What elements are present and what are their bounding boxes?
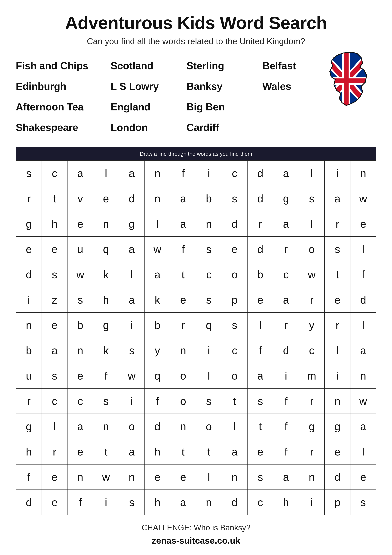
grid-cell-6-1: e — [42, 313, 67, 338]
grid-cell-12-2: n — [67, 464, 93, 490]
grid-cell-5-4: a — [119, 287, 145, 313]
grid-cell-2-12: r — [325, 211, 350, 236]
grid-cell-10-7: o — [196, 414, 222, 439]
grid-cell-5-0: i — [16, 287, 42, 313]
grid-cell-4-3: k — [93, 262, 119, 287]
grid-row-9: rccsifostsfrnw — [16, 388, 376, 414]
grid-cell-7-5: y — [145, 338, 170, 363]
subtitle: Can you find all the words related to th… — [16, 36, 376, 46]
word-london: London — [111, 122, 186, 133]
grid-cell-4-0: d — [16, 262, 42, 287]
word-list-section: Fish and Chips Scotland Sterling Belfast… — [16, 56, 376, 138]
grid-cell-11-9: e — [247, 439, 273, 464]
grid-instruction: Draw a line through the words as you fin… — [16, 147, 376, 161]
grid-cell-5-7: s — [196, 287, 222, 313]
grid-cell-9-3: s — [93, 388, 119, 414]
grid-cell-5-10: a — [273, 287, 299, 313]
grid-cell-13-5: h — [145, 490, 170, 515]
grid-cell-4-13: f — [350, 262, 376, 287]
grid-cell-1-9: d — [247, 186, 273, 211]
grid-cell-7-1: a — [42, 338, 67, 363]
grid-cell-13-4: s — [119, 490, 145, 515]
grid-cell-13-2: f — [67, 490, 93, 515]
grid-cell-0-3: l — [93, 161, 119, 186]
grid-cell-3-13: l — [350, 236, 376, 262]
grid-cell-11-7: t — [196, 439, 222, 464]
grid-cell-2-8: d — [222, 211, 248, 236]
grid-cell-12-1: e — [42, 464, 67, 490]
grid-cell-1-12: a — [325, 186, 350, 211]
grid-cell-4-4: l — [119, 262, 145, 287]
grid-cell-1-7: b — [196, 186, 222, 211]
grid-cell-0-1: c — [42, 161, 67, 186]
grid-cell-13-10: h — [273, 490, 299, 515]
grid-cell-2-1: h — [42, 211, 67, 236]
grid-cell-11-10: f — [273, 439, 299, 464]
grid-cell-11-3: t — [93, 439, 119, 464]
word-edinburgh: Edinburgh — [16, 80, 111, 92]
grid-row-11: hretahttaefrel — [16, 439, 376, 464]
grid-cell-9-10: f — [273, 388, 299, 414]
grid-cell-6-3: g — [93, 313, 119, 338]
grid-cell-8-13: n — [350, 363, 376, 388]
word-cardiff: Cardiff — [186, 122, 262, 133]
grid-cell-11-8: a — [222, 439, 248, 464]
word-row-4: Shakespeare London Cardiff — [16, 117, 376, 138]
grid-cell-8-7: l — [196, 363, 222, 388]
grid-cell-8-9: a — [247, 363, 273, 388]
grid-cell-4-8: o — [222, 262, 248, 287]
grid-cell-11-11: r — [299, 439, 325, 464]
grid-cell-10-5: d — [145, 414, 170, 439]
grid-cell-2-7: n — [196, 211, 222, 236]
grid-cell-9-4: i — [119, 388, 145, 414]
grid-cell-3-8: e — [222, 236, 248, 262]
grid-cell-0-12: i — [325, 161, 350, 186]
grid-row-5: izshakespeared — [16, 287, 376, 313]
grid-cell-11-2: e — [67, 439, 93, 464]
grid-cell-10-3: n — [93, 414, 119, 439]
grid-cell-3-3: q — [93, 236, 119, 262]
grid-cell-10-9: t — [247, 414, 273, 439]
grid-cell-0-5: n — [145, 161, 170, 186]
grid-cell-3-11: o — [299, 236, 325, 262]
grid-cell-7-13: a — [350, 338, 376, 363]
grid-cell-8-8: o — [222, 363, 248, 388]
grid-cell-9-5: f — [145, 388, 170, 414]
grid-cell-3-12: s — [325, 236, 350, 262]
grid-cell-3-0: e — [16, 236, 42, 262]
grid-row-6: nebgibrqslryrl — [16, 313, 376, 338]
word-england: England — [111, 101, 186, 113]
grid-cell-12-0: f — [16, 464, 42, 490]
grid-cell-5-3: h — [93, 287, 119, 313]
grid-row-2: ghenglandralre — [16, 211, 376, 236]
grid-cell-9-2: c — [67, 388, 93, 414]
grid-row-12: fenwneelnsande — [16, 464, 376, 490]
grid-cell-13-3: i — [93, 490, 119, 515]
grid-cell-2-5: l — [145, 211, 170, 236]
grid-cell-5-8: p — [222, 287, 248, 313]
grid-cell-0-13: n — [350, 161, 376, 186]
grid-cell-4-9: b — [247, 262, 273, 287]
grid-cell-4-11: w — [299, 262, 325, 287]
grid-cell-11-4: a — [119, 439, 145, 464]
grid-cell-13-8: d — [222, 490, 248, 515]
grid-cell-9-8: t — [222, 388, 248, 414]
grid-cell-1-2: v — [67, 186, 93, 211]
grid-cell-8-2: e — [67, 363, 93, 388]
grid-cell-2-11: l — [299, 211, 325, 236]
grid-cell-4-6: t — [170, 262, 196, 287]
page-title: Adventurous Kids Word Search — [16, 13, 376, 33]
grid-cell-5-9: e — [247, 287, 273, 313]
grid-cell-13-6: a — [170, 490, 196, 515]
grid-row-4: dswklatcobcwtf — [16, 262, 376, 287]
grid-cell-1-6: a — [170, 186, 196, 211]
grid-cell-7-4: s — [119, 338, 145, 363]
grid-cell-1-1: t — [42, 186, 67, 211]
word-scotland: Scotland — [111, 60, 186, 72]
grid-cell-13-12: p — [325, 490, 350, 515]
grid-cell-13-9: c — [247, 490, 273, 515]
grid-cell-3-6: f — [170, 236, 196, 262]
grid-cell-2-2: e — [67, 211, 93, 236]
grid-cell-1-4: d — [119, 186, 145, 211]
grid-cell-1-3: e — [93, 186, 119, 211]
